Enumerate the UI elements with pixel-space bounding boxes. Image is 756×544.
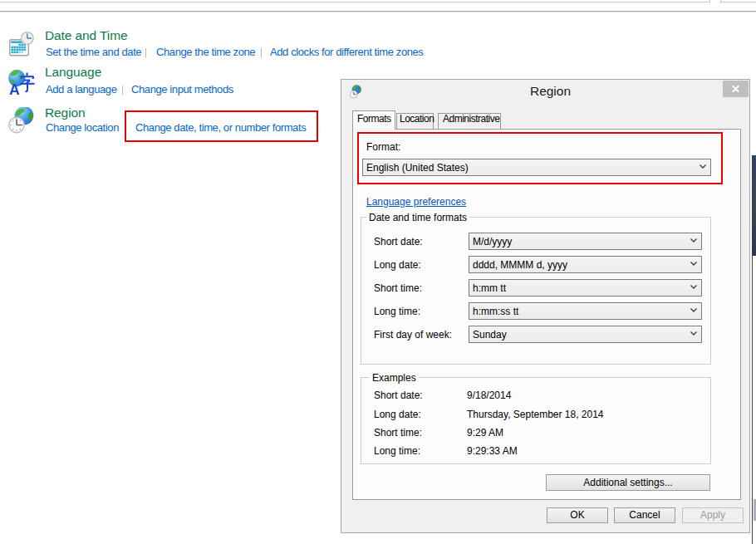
svg-text:A: A bbox=[9, 81, 20, 96]
